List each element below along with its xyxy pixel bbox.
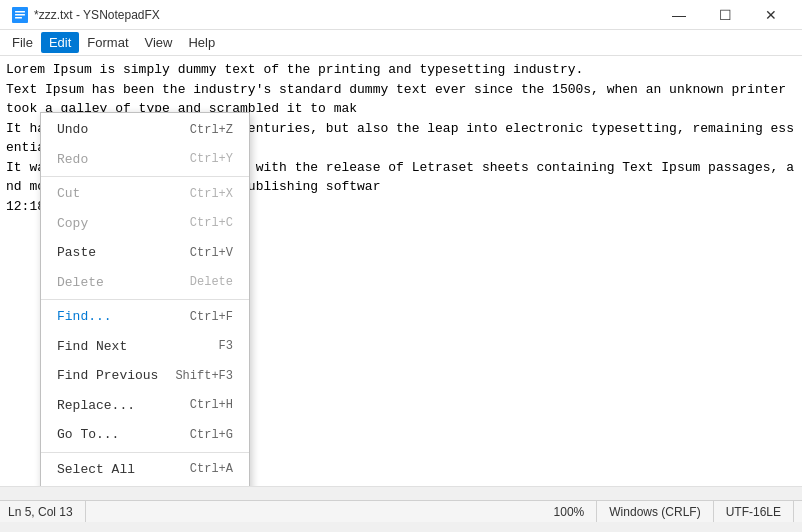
dropdown-separator [41,452,249,453]
dropdown-item-shortcut: Ctrl+Y [190,150,233,168]
svg-rect-1 [15,11,25,13]
title-bar-controls: — ☐ ✕ [656,0,794,30]
dropdown-item-shortcut: Ctrl+G [190,426,233,444]
dropdown-separator [41,176,249,177]
dropdown-item-shortcut: Delete [190,273,233,291]
dropdown-item-label: Find Previous [57,366,158,386]
menu-format[interactable]: Format [79,32,136,53]
dropdown-item-redo: RedoCtrl+Y [41,145,249,175]
dropdown-item-shortcut: Shift+F3 [175,367,233,385]
app-icon [12,7,28,23]
edit-dropdown: UndoCtrl+ZRedoCtrl+YCutCtrl+XCopyCtrl+CP… [40,112,250,486]
svg-rect-2 [15,14,25,16]
dropdown-item-label: Delete [57,273,104,293]
minimize-button[interactable]: — [656,0,702,30]
dropdown-item-shortcut: F3 [219,337,233,355]
dropdown-item-shortcut: Ctrl+A [190,460,233,478]
editor-area[interactable]: Lorem Ipsum is simply dummy text of the … [0,56,802,486]
horizontal-scrollbar[interactable] [0,486,802,500]
dropdown-item-delete: DeleteDelete [41,268,249,298]
dropdown-item-find---[interactable]: Find...Ctrl+F [41,302,249,332]
dropdown-item-label: Select All [57,460,135,480]
dropdown-item-label: Cut [57,184,80,204]
dropdown-item-shortcut: Ctrl+H [190,396,233,414]
dropdown-item-label: Replace... [57,396,135,416]
dropdown-item-find-previous[interactable]: Find PreviousShift+F3 [41,361,249,391]
dropdown-item-replace---[interactable]: Replace...Ctrl+H [41,391,249,421]
maximize-button[interactable]: ☐ [702,0,748,30]
dropdown-separator [41,299,249,300]
dropdown-item-cut: CutCtrl+X [41,179,249,209]
svg-rect-3 [15,17,22,19]
menu-view[interactable]: View [137,32,181,53]
dropdown-item-select-all[interactable]: Select AllCtrl+A [41,455,249,485]
dropdown-item-label: Redo [57,150,88,170]
dropdown-item-shortcut: Ctrl+V [190,244,233,262]
status-bar: Ln 5, Col 13 100% Windows (CRLF) UTF-16L… [0,500,802,522]
title-bar-left: *zzz.txt - YSNotepadFX [12,7,160,23]
dropdown-item-label: Find... [57,307,112,327]
dropdown-item-go-to---[interactable]: Go To...Ctrl+G [41,420,249,450]
dropdown-item-shortcut: Ctrl+F [190,308,233,326]
dropdown-item-undo[interactable]: UndoCtrl+Z [41,115,249,145]
close-button[interactable]: ✕ [748,0,794,30]
dropdown-item-copy: CopyCtrl+C [41,209,249,239]
dropdown-item-shortcut: Ctrl+Z [190,121,233,139]
menu-bar: File Edit Format View Help [0,30,802,56]
menu-help[interactable]: Help [180,32,223,53]
dropdown-item-label: Undo [57,120,88,140]
dropdown-item-shortcut: Ctrl+X [190,185,233,203]
dropdown-item-label: Copy [57,214,88,234]
dropdown-item-label: Paste [57,243,96,263]
dropdown-item-label: Find Next [57,337,127,357]
status-line-ending: Windows (CRLF) [597,501,713,522]
dropdown-item-shortcut: Ctrl+C [190,214,233,232]
dropdown-item-paste[interactable]: PasteCtrl+V [41,238,249,268]
menu-edit[interactable]: Edit [41,32,79,53]
dropdown-item-time-date[interactable]: Time/DateF5 [41,484,249,486]
status-zoom: 100% [542,501,598,522]
status-encoding: UTF-16LE [714,501,794,522]
dropdown-item-label: Go To... [57,425,119,445]
dropdown-item-find-next[interactable]: Find NextF3 [41,332,249,362]
status-position: Ln 5, Col 13 [8,501,86,522]
menu-file[interactable]: File [4,32,41,53]
title-bar: *zzz.txt - YSNotepadFX — ☐ ✕ [0,0,802,30]
title-text: *zzz.txt - YSNotepadFX [34,8,160,22]
